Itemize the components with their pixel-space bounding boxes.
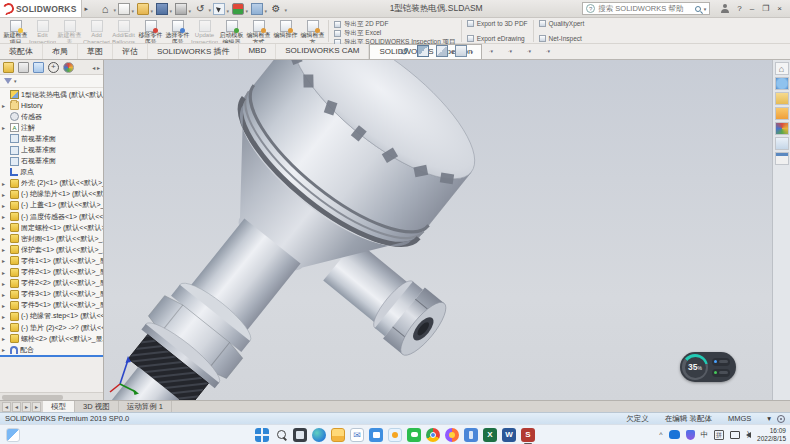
dimxpertmanager-icon[interactable]	[48, 62, 59, 73]
ribbon-button[interactable]: Edit Inspection Project	[29, 19, 56, 43]
ribbon-tab[interactable]: 布局	[43, 44, 78, 59]
ribbon-tab[interactable]: 评估	[113, 44, 148, 59]
ribbon-button[interactable]: 编辑操作	[272, 19, 299, 43]
view-palette-icon[interactable]	[775, 107, 789, 120]
weather-icon[interactable]	[388, 428, 402, 442]
expand-arrow-icon[interactable]: ▸	[2, 335, 8, 342]
expand-arrow-icon[interactable]: ▸	[2, 257, 8, 264]
ribbon-button[interactable]: 选择零件序号	[164, 19, 191, 43]
tree-item[interactable]: ▸ 零件2<1> (默认<<默认>_显示状	[0, 267, 103, 278]
help-search-box[interactable]: ? ▾	[582, 2, 710, 15]
store-icon[interactable]	[369, 428, 383, 442]
tree-item[interactable]: ▸ 螺栓<2> (默认<<默认>_显示状态	[0, 333, 103, 344]
tree-item[interactable]: ▸ 保护套<1> (默认<<默认>_显示状	[0, 244, 103, 255]
solidworks-logo[interactable]: SOLIDWORKS	[0, 0, 82, 17]
word-icon[interactable]	[502, 428, 516, 442]
ribbon-button[interactable]: 启动模板编辑器	[218, 19, 245, 43]
propertymanager-icon[interactable]	[18, 62, 29, 73]
search-icon[interactable]	[695, 6, 701, 12]
tree-filter[interactable]: ▾	[0, 75, 103, 88]
design-library-icon[interactable]	[775, 77, 789, 90]
doc-nav-arrow[interactable]: ◂	[12, 402, 21, 412]
search-taskbar-icon[interactable]	[274, 428, 288, 442]
doc-nav-arrow[interactable]: ◂	[2, 402, 11, 412]
doc-nav-arrow[interactable]: ▸	[32, 402, 41, 412]
tree-horizontal-scrollbar[interactable]	[0, 392, 103, 400]
task-view-icon[interactable]	[293, 428, 307, 442]
print-icon[interactable]	[175, 3, 187, 15]
hidden-icons-chevron[interactable]: ^	[659, 431, 662, 438]
doc-tab[interactable]: 3D 视图	[75, 401, 119, 412]
export-menu-item[interactable]: Net-Inspect	[539, 35, 585, 42]
rebuild-icon[interactable]	[232, 3, 244, 15]
doc-tab[interactable]: 模型	[43, 401, 75, 412]
displaymanager-icon[interactable]	[63, 62, 74, 73]
expand-arrow-icon[interactable]: ▸	[2, 102, 8, 109]
tree-item[interactable]: ▸ 原点	[0, 167, 103, 178]
ribbon-button[interactable]: Add Characteristic	[83, 19, 110, 43]
file-explorer-pane-icon[interactable]	[775, 92, 789, 105]
export-menu-item[interactable]: 导出至 Excel	[334, 29, 456, 38]
section-view-icon[interactable]	[417, 45, 429, 57]
display-style-icon[interactable]	[455, 45, 467, 57]
featuremanager-tree-icon[interactable]	[3, 62, 14, 73]
tree-item[interactable]: ▸ 零件5<1> (默认<<默认>_显示状	[0, 300, 103, 311]
pack-and-go-icon[interactable]	[775, 152, 789, 165]
tree-item[interactable]: ▸ 配合	[0, 344, 103, 355]
expand-arrow-icon[interactable]: ▸	[2, 224, 8, 231]
panel-nav-arrows[interactable]: ◂ ▸	[92, 64, 100, 71]
tree-item[interactable]: ▸ 右视基准面	[0, 156, 103, 167]
browser-icon[interactable]	[445, 428, 459, 442]
ime-mode-icon[interactable]: 拼	[714, 430, 724, 440]
ribbon-button[interactable]: 新建检查表	[56, 19, 83, 43]
export-menu-item[interactable]: 导出至 2D PDF	[334, 20, 456, 29]
options-gear-icon[interactable]	[270, 3, 282, 15]
volume-icon[interactable]	[746, 432, 751, 438]
export-menu-item[interactable]: QualityXpert	[539, 20, 585, 27]
tree-item[interactable]: ▸ 固定螺栓<1> (默认<<默认>_显示	[0, 222, 103, 233]
edit-appearance-icon[interactable]	[493, 45, 505, 57]
expand-arrow-icon[interactable]: ▸	[2, 191, 8, 198]
expand-arrow-icon[interactable]: ▸	[2, 313, 8, 320]
expand-arrow-icon[interactable]: ▸	[2, 180, 8, 187]
view-orientation-icon[interactable]	[436, 45, 448, 57]
tree-item[interactable]: ▸ (-) 绝缘管.step<1> (默认<<默认>	[0, 311, 103, 322]
expand-arrow-icon[interactable]: ▸	[2, 346, 8, 353]
expand-arrow-icon[interactable]: ▸	[2, 246, 8, 253]
scrollbar-thumb[interactable]	[2, 395, 63, 400]
export-menu-item[interactable]: Export eDrawing	[467, 35, 528, 42]
battery-indicator-widget[interactable]: 35%	[680, 352, 736, 382]
widget-button-1[interactable]	[712, 358, 730, 366]
file-explorer-icon[interactable]	[331, 428, 345, 442]
tree-item[interactable]: ▸ 外壳 (2)<1> (默认<<默认>_显示状	[0, 178, 103, 189]
tree-item[interactable]: ▸ 零件1<1> (默认<<默认>_显示状态	[0, 255, 103, 266]
tree-item[interactable]: ▸ (-) 上盖<1> (默认<<默认>_显示状	[0, 200, 103, 211]
tree-item[interactable]: ▸ (-) 温度传感器<1> (默认<<默认>_	[0, 211, 103, 222]
search-dropdown-icon[interactable]: ▾	[704, 6, 707, 12]
close-button[interactable]: ×	[777, 4, 782, 13]
expand-arrow-icon[interactable]: ▸	[2, 302, 8, 309]
tree-item[interactable]: ▸ 传感器	[0, 111, 103, 122]
zoom-to-area-icon[interactable]	[379, 45, 391, 57]
menu-flyout-icon[interactable]: ▸	[82, 5, 92, 13]
appearances-scenes-icon[interactable]	[775, 122, 789, 135]
ribbon-button[interactable]: 移除零件序号	[137, 19, 164, 43]
display-tray-icon[interactable]	[730, 431, 740, 439]
expand-arrow-icon[interactable]: ▸	[2, 124, 8, 131]
start-icon[interactable]	[255, 428, 269, 442]
ribbon-button[interactable]: 编辑检查方	[299, 19, 326, 43]
wechat-icon[interactable]	[407, 428, 421, 442]
excel-icon[interactable]	[483, 428, 497, 442]
maximize-button[interactable]: ❐	[762, 4, 769, 13]
new-document-icon[interactable]	[118, 3, 130, 15]
ime-language-indicator[interactable]: 中	[701, 430, 709, 440]
tree-item[interactable]: ▸ History	[0, 100, 103, 111]
tree-item[interactable]: ▸ (-) 垫片 (2)<2> ->? (默认<<默认	[0, 322, 103, 333]
status-gear-icon[interactable]	[777, 415, 785, 423]
mail-icon[interactable]	[350, 428, 364, 442]
save-icon[interactable]	[156, 3, 168, 15]
expand-arrow-icon[interactable]: ▸	[2, 269, 8, 276]
solidworks-taskbar-icon[interactable]	[521, 428, 535, 442]
zoom-to-fit-icon[interactable]	[360, 45, 372, 57]
doc-tab[interactable]: 运动算例 1	[119, 401, 172, 412]
